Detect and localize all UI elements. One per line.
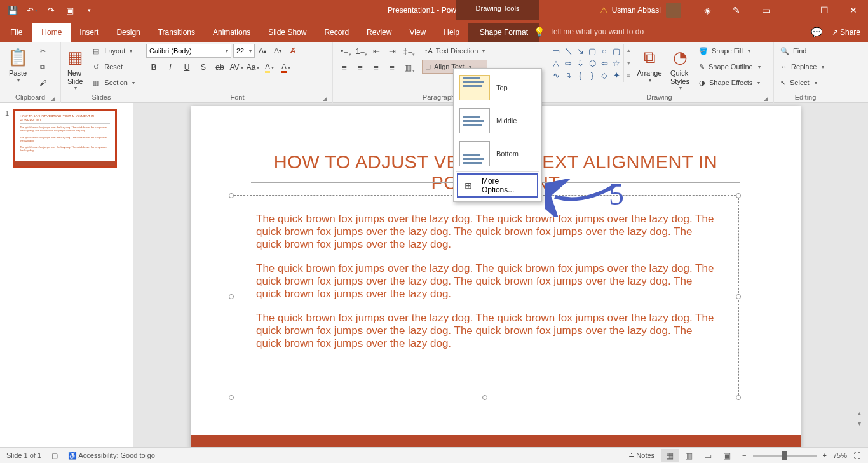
select-button[interactable]: ↖Select▾ — [778, 76, 827, 90]
dialog-launcher-icon[interactable]: ◢ — [51, 95, 55, 102]
align-left-button[interactable]: ≡ — [337, 60, 352, 74]
shape-oval-icon[interactable]: ○ — [599, 45, 610, 57]
tab-file[interactable]: File — [0, 23, 32, 42]
shape-hexagon-icon[interactable]: ⬡ — [587, 57, 598, 69]
tab-view[interactable]: View — [400, 23, 435, 42]
shape-action-icon[interactable]: ✦ — [611, 69, 622, 81]
columns-button[interactable]: ▥▾ — [400, 60, 416, 74]
prev-slide-icon[interactable]: ▴ — [853, 408, 865, 418]
shape-fill-button[interactable]: 🪣Shape Fill▾ — [696, 44, 763, 58]
shapes-gallery[interactable]: ▭＼↘▢○▢ △⇨⇩⬡⇦☆ ∿↴{}◇✦ ▴▾≡ — [549, 44, 633, 82]
shape-textbox-icon[interactable]: ▭ — [550, 45, 562, 57]
highlight-button[interactable]: A▾ — [262, 60, 277, 74]
tab-record[interactable]: Record — [315, 23, 358, 42]
tab-home[interactable]: Home — [32, 23, 71, 42]
slide-body-text[interactable]: The quick brown fox jumps over the lazy … — [256, 213, 720, 361]
shape-arrow-left-icon[interactable]: ⇦ — [599, 57, 610, 69]
shape-brace-icon[interactable]: { — [574, 69, 586, 81]
tab-review[interactable]: Review — [358, 23, 400, 42]
shape-arrow-right-icon[interactable]: ⇨ — [562, 57, 574, 69]
underline-button[interactable]: U — [179, 60, 194, 74]
user-avatar[interactable] — [666, 3, 681, 18]
gallery-up-icon[interactable]: ▴ — [624, 44, 633, 57]
shape-curve-icon[interactable]: ∿ — [550, 69, 562, 81]
tab-insert[interactable]: Insert — [71, 23, 107, 42]
tab-transitions[interactable]: Transitions — [149, 23, 204, 42]
start-from-beginning-icon[interactable]: ▣ — [61, 2, 79, 18]
accessibility-status[interactable]: ♿ Accessibility: Good to go — [68, 452, 155, 460]
font-name-combo[interactable]: Calibri (Body)▾ — [146, 44, 231, 58]
tell-me-search[interactable]: 💡 Tell me what you want to do — [534, 22, 644, 42]
share-button[interactable]: ↗ Share — [832, 28, 860, 37]
shape-arrow-down-icon[interactable]: ⇩ — [574, 57, 586, 69]
shape-brace2-icon[interactable]: } — [587, 69, 598, 81]
slide-counter[interactable]: Slide 1 of 1 — [6, 452, 41, 459]
decrease-indent-button[interactable]: ⇤ — [369, 44, 384, 58]
increase-indent-button[interactable]: ⇥ — [384, 44, 400, 58]
tab-shape-format[interactable]: Shape Format — [468, 23, 539, 42]
text-direction-button[interactable]: ↕AText Direction▾ — [422, 44, 487, 58]
notes-button[interactable]: ≐ Notes — [628, 452, 654, 460]
qat-customize-icon[interactable]: ▾ — [80, 2, 98, 18]
resize-handle[interactable] — [736, 294, 741, 299]
resize-handle[interactable] — [229, 294, 234, 299]
resize-handle[interactable] — [482, 395, 487, 400]
font-color-button[interactable]: A▾ — [278, 60, 294, 74]
change-case-button[interactable]: Aa▾ — [245, 60, 261, 74]
reset-button[interactable]: ↺Reset — [88, 60, 138, 74]
undo-icon[interactable]: ↶▾ — [23, 2, 41, 18]
reading-view-icon[interactable]: ▭ — [699, 449, 717, 462]
bullets-button[interactable]: •≡▾ — [337, 44, 352, 58]
align-center-button[interactable]: ≡ — [353, 60, 368, 74]
redo-icon[interactable]: ↷ — [42, 2, 60, 18]
normal-view-icon[interactable]: ▦ — [661, 449, 679, 462]
minimize-icon[interactable]: ― — [780, 0, 810, 20]
close-icon[interactable]: ✕ — [839, 0, 868, 20]
italic-button[interactable]: I — [163, 60, 178, 74]
save-icon[interactable]: 💾 — [4, 2, 22, 18]
resize-handle[interactable] — [229, 395, 234, 400]
resize-handle[interactable] — [229, 193, 234, 198]
line-spacing-button[interactable]: ‡≡▾ — [400, 44, 416, 58]
fit-to-window-icon[interactable]: ⛶ — [853, 452, 860, 459]
tab-design[interactable]: Design — [107, 23, 149, 42]
section-button[interactable]: ▥Section▾ — [88, 76, 138, 90]
spellcheck-icon[interactable]: ▢ — [51, 452, 58, 460]
cut-button[interactable]: ✂ — [34, 44, 51, 58]
shape-callout-icon[interactable]: ◇ — [599, 69, 610, 81]
shape-line-arrow-icon[interactable]: ↘ — [574, 45, 586, 57]
shape-line-icon[interactable]: ＼ — [562, 45, 574, 57]
shape-triangle-icon[interactable]: △ — [550, 57, 562, 69]
diamond-icon[interactable]: ◈ — [693, 0, 722, 20]
shape-connector-icon[interactable]: ↴ — [562, 69, 574, 81]
copy-button[interactable]: ⧉ — [34, 60, 51, 74]
magic-icon[interactable]: ✎ — [722, 0, 751, 20]
quick-styles-button[interactable]: ◔Quick Styles▾ — [666, 44, 694, 91]
replace-button[interactable]: ↔Replace▾ — [778, 60, 827, 74]
shape-effects-button[interactable]: ◑Shape Effects▾ — [696, 76, 763, 90]
bold-button[interactable]: B — [146, 60, 161, 74]
strikethrough-button[interactable]: ab — [212, 60, 227, 74]
character-spacing-button[interactable]: AV▾ — [229, 60, 244, 74]
gallery-more-icon[interactable]: ≡ — [624, 69, 633, 82]
new-slide-button[interactable]: ▦ New Slide▾ — [65, 44, 85, 91]
shape-star-icon[interactable]: ☆ — [611, 57, 622, 69]
align-top-item[interactable]: Top — [456, 71, 539, 104]
resize-handle[interactable] — [736, 193, 741, 198]
shape-outline-button[interactable]: ✎Shape Outline▾ — [696, 60, 763, 74]
zoom-level[interactable]: 75% — [833, 452, 847, 459]
format-painter-button[interactable]: 🖌 — [34, 76, 51, 90]
more-options-item[interactable]: ⊞ More Options... — [457, 173, 538, 198]
font-size-combo[interactable]: 22▾ — [233, 44, 255, 58]
tab-help[interactable]: Help — [435, 23, 468, 42]
slide-thumbnail-1[interactable]: HOW TO ADJUST VERTICAL TEXT ALIGNMENT IN… — [13, 109, 117, 168]
increase-font-button[interactable]: A▴ — [255, 44, 270, 58]
find-button[interactable]: 🔍Find — [778, 44, 827, 58]
align-right-button[interactable]: ≡ — [369, 60, 384, 74]
shape-rect-icon[interactable]: ▢ — [587, 45, 598, 57]
decrease-font-button[interactable]: A▾ — [270, 44, 285, 58]
clear-formatting-button[interactable]: A̸ — [285, 44, 301, 58]
tab-animations[interactable]: Animations — [204, 23, 259, 42]
arrange-button[interactable]: ⧉Arrange▾ — [635, 44, 663, 83]
align-bottom-item[interactable]: Bottom — [456, 137, 539, 170]
